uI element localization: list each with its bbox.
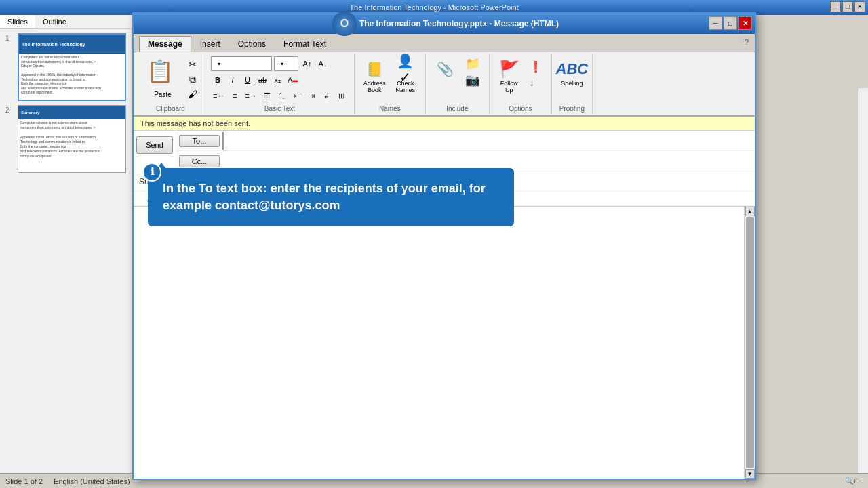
more-btn[interactable]: ⊞ — [335, 89, 349, 102]
proofing-label: Proofing — [559, 104, 585, 113]
cc-input[interactable] — [222, 152, 755, 170]
copy-button[interactable]: ⧉ — [186, 73, 199, 86]
grow-font-btn[interactable]: A↑ — [300, 57, 314, 70]
format-painter-button[interactable]: 🖌 — [186, 87, 199, 101]
ppt-slides-tab[interactable]: Slides — [0, 15, 35, 28]
include-item-1[interactable]: 📁 — [462, 56, 484, 71]
include-group-content: 📎 📁 📷 — [430, 55, 485, 104]
follow-up-icon: 🚩 — [498, 58, 520, 80]
numbered-list-btn[interactable]: 1. — [275, 89, 289, 102]
include-label: Include — [446, 104, 468, 113]
message-scrollbar[interactable]: ▲ ▼ — [744, 207, 755, 479]
message-window: O The Information Technology.pptx - Mess… — [132, 12, 756, 480]
clipboard-group-content: 📋 Paste ✂ ⧉ 🖌 — [140, 55, 201, 104]
clipboard-group: 📋 Paste ✂ ⧉ 🖌 Clipboard — [136, 54, 205, 114]
ppt-outline-tab[interactable]: Outline — [35, 15, 74, 28]
attach-file-button[interactable]: 📎 — [431, 56, 460, 82]
outlook-icon: O — [332, 12, 357, 36]
slide-num-2: 2 — [5, 106, 15, 114]
options-group: 🚩 Follow Up ❗ ↓ Options — [490, 54, 552, 114]
shrink-font-btn[interactable]: A↓ — [316, 57, 330, 70]
font-size-dropdown[interactable]: ▾ — [274, 56, 298, 71]
increase-indent-btn[interactable]: ⇥ — [305, 89, 319, 102]
message-titlebar: O The Information Technology.pptx - Mess… — [134, 14, 755, 34]
zoom-controls[interactable]: 🔍+ − — [845, 477, 863, 485]
rtl-btn[interactable]: ↲ — [320, 89, 334, 102]
check-names-button[interactable]: 👤✓ Check Names — [391, 56, 420, 96]
follow-up-button[interactable]: 🚩 Follow Up — [495, 56, 524, 96]
font-color-btn[interactable]: A▬ — [285, 73, 300, 87]
tab-insert[interactable]: Insert — [191, 36, 229, 52]
cc-button[interactable]: Cc... — [179, 155, 220, 167]
message-title: The Information Technology.pptx - Messag… — [359, 19, 559, 28]
options-label: Options — [509, 104, 532, 113]
subscript-button[interactable]: x₂ — [271, 73, 284, 87]
options-low-importance[interactable]: ↓ — [526, 75, 546, 90]
message-titlebar-btns: ─ □ ✕ — [709, 16, 752, 30]
check-names-icon: 👤✓ — [395, 58, 416, 80]
tab-options[interactable]: Options — [229, 36, 275, 52]
ppt-minimize-btn[interactable]: ─ — [830, 1, 841, 12]
message-close-btn[interactable]: ✕ — [738, 16, 752, 30]
font-family-dropdown[interactable]: ▾ — [211, 56, 272, 71]
ppt-titlebar-buttons: ─ □ ✕ — [830, 1, 865, 12]
paste-button[interactable]: 📋 Paste — [142, 56, 184, 100]
help-button[interactable]: ? — [740, 35, 753, 49]
scroll-thumb[interactable] — [746, 217, 754, 468]
to-send-section: Send To... Cc... — [134, 131, 755, 171]
slide-preview-1[interactable]: The Information Technology Computers are… — [18, 33, 126, 101]
bold-button[interactable]: B — [211, 73, 224, 87]
paste-label: Paste — [154, 91, 172, 98]
address-book-label: Address Book — [363, 80, 386, 94]
font-family-arrow: ▾ — [218, 61, 220, 67]
scroll-up-btn[interactable]: ▲ — [745, 207, 755, 216]
address-book-button[interactable]: 📒 Address Book — [360, 56, 389, 96]
options-high-importance[interactable]: ❗ — [526, 59, 546, 74]
font-family-value — [214, 60, 216, 68]
italic-button[interactable]: I — [226, 73, 239, 87]
bullets-btn[interactable]: ☰ — [260, 89, 274, 102]
decrease-indent-btn[interactable]: ⇤ — [290, 89, 304, 102]
align-right-btn[interactable]: ≡→ — [243, 89, 258, 102]
slide-thumb-1[interactable]: 1 The Information Technology Computers a… — [5, 33, 126, 101]
strikethrough-button[interactable]: ab — [256, 73, 269, 87]
tab-message[interactable]: Message — [139, 36, 191, 52]
spelling-label: Spelling — [561, 80, 583, 87]
cut-button[interactable]: ✂ — [186, 58, 199, 71]
follow-up-label: Follow Up — [500, 80, 518, 94]
spelling-icon: ABC — [561, 58, 583, 80]
ppt-restore-btn[interactable]: □ — [842, 1, 853, 12]
align-center-btn[interactable]: ≡ — [228, 89, 241, 102]
include-item-2[interactable]: 📷 — [462, 73, 484, 87]
slide-preview-2[interactable]: Summary Computer science is not science … — [18, 105, 126, 173]
ribbon: 📋 Paste ✂ ⧉ 🖌 Clipboard ▾ — [134, 52, 755, 117]
font-size-arrow: ▾ — [281, 61, 283, 67]
fields-area: To... Cc... — [176, 131, 755, 171]
underline-button[interactable]: U — [241, 73, 254, 87]
ppt-language: English (United States) — [54, 477, 130, 485]
ppt-right-scrollbar[interactable] — [857, 88, 868, 473]
scroll-down-btn[interactable]: ▼ — [745, 469, 755, 479]
check-names-label: Check Names — [396, 80, 416, 94]
font-size-value — [277, 60, 279, 68]
align-left-btn[interactable]: ≡← — [211, 89, 226, 102]
tab-format-text[interactable]: Format Text — [275, 36, 335, 52]
proofing-group-content: ABC Spelling — [556, 55, 587, 104]
spelling-button[interactable]: ABC Spelling — [557, 56, 586, 89]
to-button[interactable]: To... — [179, 135, 220, 147]
slide-count: Slide 1 of 2 — [5, 477, 43, 485]
options-group-content: 🚩 Follow Up ❗ ↓ — [494, 55, 547, 104]
clipboard-label: Clipboard — [156, 104, 185, 113]
tooltip-icon: ℹ — [142, 163, 161, 182]
slide-thumb-2[interactable]: 2 Summary Computer science is not scienc… — [5, 105, 126, 173]
message-minimize-btn[interactable]: ─ — [709, 16, 722, 30]
tooltip-overlay: ℹ In the To text box: enter the recipien… — [148, 168, 514, 226]
body-area: ▲ ▼ — [134, 207, 755, 479]
message-body[interactable] — [134, 207, 744, 479]
message-maximize-btn[interactable]: □ — [724, 16, 737, 30]
to-input[interactable] — [222, 132, 755, 150]
names-group-content: 📒 Address Book 👤✓ Check Names — [359, 55, 421, 104]
send-button[interactable]: Send — [136, 136, 173, 154]
ppt-close-btn[interactable]: ✕ — [854, 1, 865, 12]
tooltip-box: ℹ In the To text box: enter the recipien… — [148, 168, 514, 226]
